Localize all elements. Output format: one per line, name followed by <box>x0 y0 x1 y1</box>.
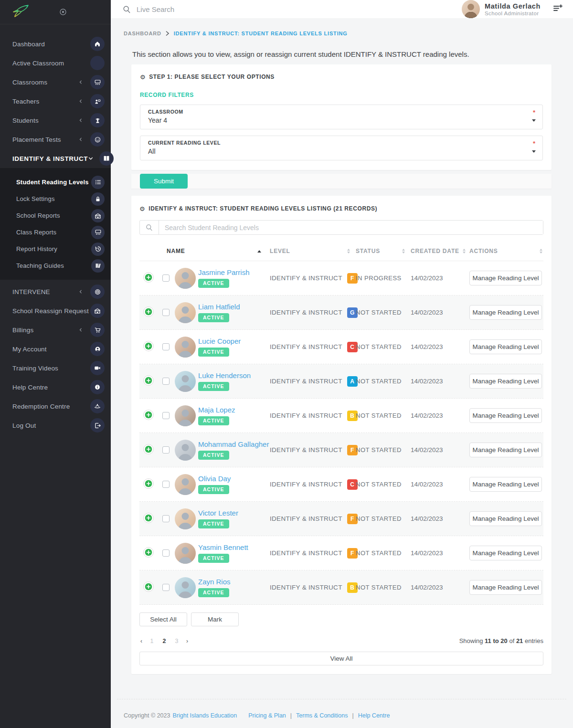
sidebar-item-placement-tests[interactable]: Placement Tests <box>0 130 111 149</box>
student-name-link[interactable]: Lucie Cooper <box>198 337 241 345</box>
column-header-created-date[interactable]: CREATED DATE <box>411 248 469 254</box>
expand-row-icon[interactable] <box>143 513 154 523</box>
row-checkbox[interactable] <box>162 481 170 488</box>
table-search-input[interactable] <box>159 221 543 234</box>
sidebar-item-active-classroom[interactable]: Active Classroom <box>0 53 111 73</box>
sidebar-item-help-centre[interactable]: Help Centre <box>0 378 111 397</box>
expand-row-icon[interactable] <box>143 444 154 454</box>
footer-link-terms-conditions[interactable]: Terms & Conditions <box>296 712 348 719</box>
expand-row-icon[interactable] <box>143 478 154 489</box>
student-name-link[interactable]: Olivia Day <box>198 475 231 483</box>
column-header-name[interactable]: NAME <box>167 248 270 254</box>
column-header-status[interactable]: STATUS <box>356 248 411 254</box>
manage-reading-level-button[interactable]: Manage Reading Level <box>469 443 542 457</box>
manage-reading-level-button[interactable]: Manage Reading Level <box>469 477 542 492</box>
created-date-cell: 14/02/2023 <box>411 584 469 591</box>
sidebar: DashboardActive ClassroomClassroomsTeach… <box>0 0 111 728</box>
sidebar-item-training-videos[interactable]: Training Videos <box>0 359 111 378</box>
mark-button[interactable]: Mark <box>191 612 239 626</box>
status-cell: NOT STARTED <box>356 481 411 488</box>
row-checkbox[interactable] <box>162 309 170 316</box>
row-checkbox[interactable] <box>162 549 170 557</box>
brand-link[interactable]: Bright Islands Education <box>172 712 237 719</box>
manage-reading-level-button[interactable]: Manage Reading Level <box>469 339 542 354</box>
footer-link-help-centre[interactable]: Help Centre <box>358 712 390 719</box>
sidebar-item-report-history[interactable]: Report History <box>0 241 111 257</box>
manage-reading-level-button[interactable]: Manage Reading Level <box>469 305 542 320</box>
student-name-link[interactable]: Zayn Rios <box>198 578 231 586</box>
row-checkbox[interactable] <box>162 412 170 419</box>
student-name-link[interactable]: Yasmin Bennett <box>198 543 248 551</box>
footer-link-pricing-plan[interactable]: Pricing & Plan <box>248 712 286 719</box>
user-menu[interactable]: Matilda Gerlach School Administrator <box>462 0 541 18</box>
student-name-link[interactable]: Victor Lester <box>198 509 238 517</box>
sidebar-item-teaching-guides[interactable]: Teaching Guides <box>0 257 111 274</box>
sidebar-item-my-account[interactable]: My Account <box>0 339 111 359</box>
row-checkbox[interactable] <box>162 343 170 350</box>
manage-reading-level-button[interactable]: Manage Reading Level <box>469 511 542 526</box>
chevron-left-icon <box>77 136 85 143</box>
sidebar-item-billings[interactable]: Billings <box>0 320 111 339</box>
row-checkbox[interactable] <box>162 584 170 591</box>
expand-row-icon[interactable] <box>143 581 154 592</box>
sidebar-item-redemption-centre[interactable]: Redemption Centre <box>0 397 111 416</box>
pagination-next[interactable]: › <box>185 638 189 644</box>
main-area: Matilda Gerlach School Administrator DAS… <box>111 0 573 728</box>
sidebar-item-identify-instruct[interactable]: IDENTIFY & INSTRUCT <box>0 149 111 168</box>
sort-icon <box>347 249 350 253</box>
expand-row-icon[interactable] <box>143 547 154 558</box>
sidebar-item-classrooms[interactable]: Classrooms <box>0 73 111 92</box>
student-name-link[interactable]: Mohammad Gallagher <box>198 440 269 448</box>
sidebar-item-student-reading-levels[interactable]: Student Reading Levels <box>0 174 111 190</box>
row-checkbox[interactable] <box>162 446 170 454</box>
expand-row-icon[interactable] <box>143 306 154 317</box>
view-all-button[interactable]: View All <box>139 652 543 665</box>
table-row: Lucie CooperACTIVEIDENTIFY & INSTRUCTCNO… <box>139 330 543 364</box>
sidebar-item-school-reports[interactable]: School Reports <box>0 207 111 224</box>
add-list-icon[interactable] <box>553 4 562 14</box>
expand-row-icon[interactable] <box>143 410 154 420</box>
student-name-link[interactable]: Maja Lopez <box>198 406 235 414</box>
row-checkbox[interactable] <box>162 274 170 282</box>
row-checkbox[interactable] <box>162 378 170 385</box>
manage-reading-level-button[interactable]: Manage Reading Level <box>469 408 542 423</box>
sidebar-item-lock-settings[interactable]: Lock Settings <box>0 190 111 207</box>
lock-icon <box>91 192 105 206</box>
manage-reading-level-button[interactable]: Manage Reading Level <box>469 580 542 595</box>
select-all-button[interactable]: Select All <box>139 612 187 626</box>
student-name-link[interactable]: Jasmine Parrish <box>198 268 250 276</box>
collapse-toggle-icon[interactable] <box>59 8 67 16</box>
student-name-link[interactable]: Luke Henderson <box>198 371 251 380</box>
sidebar-item-intervene[interactable]: INTERVENE <box>0 282 111 301</box>
filter-select-classroom[interactable]: CLASSROOMYear 4* <box>140 105 543 129</box>
status-cell: NOT STARTED <box>356 446 411 454</box>
manage-reading-level-button[interactable]: Manage Reading Level <box>469 271 542 285</box>
sidebar-item-dashboard[interactable]: Dashboard <box>0 34 111 53</box>
filter-select-current-reading-level[interactable]: CURRENT READING LEVELAll* <box>140 136 543 160</box>
live-search-input[interactable] <box>137 5 462 13</box>
row-checkbox[interactable] <box>162 515 170 522</box>
manage-reading-level-button[interactable]: Manage Reading Level <box>469 374 542 389</box>
column-header-actions[interactable]: ACTIONS <box>469 248 543 254</box>
sidebar-item-students[interactable]: Students <box>0 111 111 130</box>
student-name-link[interactable]: Liam Hatfield <box>198 303 240 311</box>
expand-row-icon[interactable] <box>143 375 154 386</box>
pagination-prev[interactable]: ‹ <box>139 638 143 644</box>
sidebar-item-teachers[interactable]: Teachers <box>0 92 111 111</box>
created-date-cell: 14/02/2023 <box>411 412 469 419</box>
expand-row-icon[interactable] <box>143 272 154 283</box>
submit-button[interactable]: Submit <box>140 174 188 189</box>
sidebar-item-log-out[interactable]: Log Out <box>0 416 111 435</box>
breadcrumb: DASHBOARD IDENTIFY & INSTRUCT: STUDENT R… <box>111 18 573 38</box>
sidebar-item-label: Billings <box>12 327 77 334</box>
sidebar-item-class-reports[interactable]: Class Reports <box>0 224 111 241</box>
expand-row-icon[interactable] <box>143 341 154 351</box>
pagination-page-1[interactable]: 1 <box>148 638 156 644</box>
column-header-level[interactable]: LEVEL <box>270 248 356 254</box>
sidebar-item-school-reassign-request[interactable]: School Reassign Request <box>0 301 111 320</box>
pagination-page-2[interactable]: 2 <box>160 638 168 644</box>
pagination-page-3[interactable]: 3 <box>173 638 180 644</box>
breadcrumb-dashboard-link[interactable]: DASHBOARD <box>124 31 161 36</box>
manage-reading-level-button[interactable]: Manage Reading Level <box>469 546 542 560</box>
brand-logo-icon[interactable] <box>11 4 30 20</box>
